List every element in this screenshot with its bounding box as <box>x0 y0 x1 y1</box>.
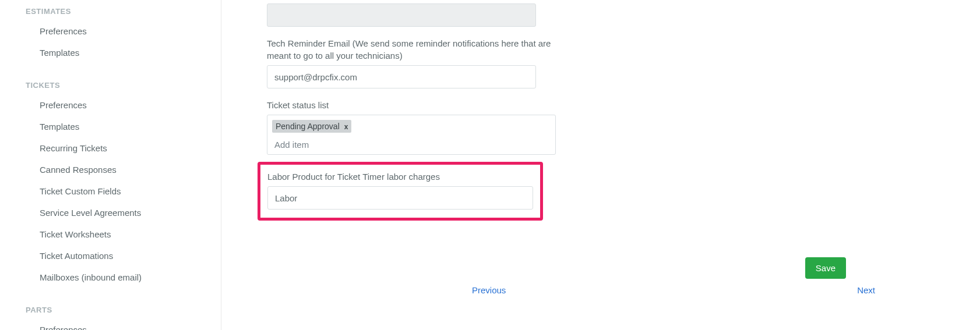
settings-sidebar: ESTIMATES Preferences Templates TICKETS … <box>12 0 221 330</box>
sidebar-item-ticket-custom-fields[interactable]: Ticket Custom Fields <box>12 180 221 202</box>
status-chip-pending-approval[interactable]: Pending Approval x <box>272 120 351 133</box>
sidebar-item-tickets-templates[interactable]: Templates <box>12 116 221 137</box>
ticket-status-label: Ticket status list <box>267 99 571 111</box>
sidebar-section-estimates: ESTIMATES <box>12 0 221 20</box>
save-button[interactable]: Save <box>805 257 846 279</box>
labor-product-highlight: Labor Product for Ticket Timer labor cha… <box>258 162 543 221</box>
status-chip-label: Pending Approval <box>276 122 340 131</box>
sidebar-section-parts: PARTS <box>12 299 221 319</box>
main-panel: Tech Reminder Email (We send some remind… <box>221 0 968 330</box>
remove-chip-icon[interactable]: x <box>344 123 348 131</box>
sidebar-item-recurring-tickets[interactable]: Recurring Tickets <box>12 137 221 159</box>
add-status-item[interactable]: Add item <box>272 136 551 150</box>
sidebar-item-mailboxes[interactable]: Mailboxes (inbound email) <box>12 267 221 288</box>
labor-product-input[interactable] <box>267 186 533 210</box>
ticket-status-list[interactable]: Pending Approval x Add item <box>267 115 556 155</box>
prior-disabled-input[interactable] <box>267 3 536 27</box>
tech-reminder-input[interactable] <box>267 65 536 88</box>
sidebar-item-parts-preferences[interactable]: Preferences <box>12 319 221 330</box>
form-nav-row: Previous Next <box>472 285 875 295</box>
sidebar-item-service-level-agreements[interactable]: Service Level Agreements <box>12 202 221 223</box>
previous-link[interactable]: Previous <box>472 285 506 295</box>
sidebar-item-ticket-automations[interactable]: Ticket Automations <box>12 245 221 267</box>
sidebar-item-tickets-preferences[interactable]: Preferences <box>12 94 221 116</box>
sidebar-item-estimates-preferences[interactable]: Preferences <box>12 20 221 42</box>
labor-product-label: Labor Product for Ticket Timer labor cha… <box>267 171 533 183</box>
sidebar-item-ticket-worksheets[interactable]: Ticket Worksheets <box>12 223 221 245</box>
form-area: Tech Reminder Email (We send some remind… <box>221 0 594 221</box>
sidebar-section-tickets: TICKETS <box>12 74 221 94</box>
sidebar-item-estimates-templates[interactable]: Templates <box>12 42 221 63</box>
next-link[interactable]: Next <box>857 285 875 295</box>
sidebar-item-canned-responses[interactable]: Canned Responses <box>12 159 221 180</box>
tech-reminder-label: Tech Reminder Email (We send some remind… <box>267 37 571 62</box>
